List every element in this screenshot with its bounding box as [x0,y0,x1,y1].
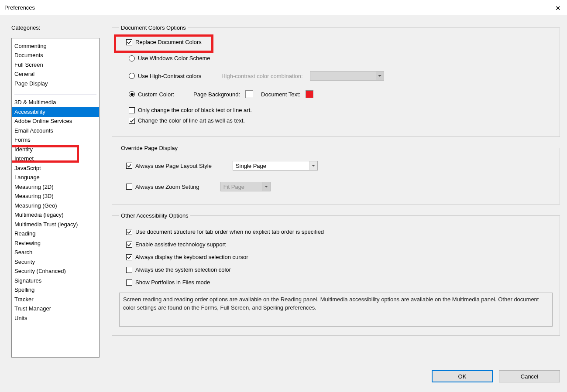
label-replace-document-colors: Replace Document Colors [135,39,202,45]
label-high-contrast-combination: High-contrast color combination: [221,73,302,79]
label-change-lineart: Change the color of line art as well as … [138,117,245,124]
radio-custom-color[interactable] [129,91,135,97]
ok-button-label: OK [458,373,467,380]
category-item[interactable]: Identity [12,145,99,154]
category-item[interactable]: Adobe Online Services [12,117,99,126]
checkbox-replace-document-colors[interactable] [126,39,132,45]
checkbox-only-change-black[interactable] [129,107,135,113]
category-item[interactable]: 3D & Multimedia [12,98,99,108]
chevron-down-icon [309,161,317,170]
group-document-colors: Document Colors Options Replace Document… [112,24,560,137]
close-icon[interactable]: ✕ [555,4,561,12]
legend-document-colors: Document Colors Options [119,24,188,31]
dropdown-high-contrast [310,71,384,81]
checkbox-tab-order[interactable] [126,229,132,235]
category-item[interactable]: Language [12,173,99,183]
category-item[interactable]: Trust Manager [12,304,99,314]
label-only-change-black: Only change the color of black text or l… [138,107,252,113]
category-divider [14,95,96,95]
category-item[interactable]: General [12,70,99,79]
category-item[interactable]: Security [12,257,99,267]
checkbox-assistive[interactable] [126,242,132,248]
label-use-windows-color-scheme: Use Windows Color Scheme [138,55,210,61]
checkbox-always-page-layout[interactable] [126,163,132,169]
category-item[interactable]: Documents [12,51,99,61]
chevron-down-icon [262,182,270,191]
category-item[interactable]: Email Accounts [12,126,99,136]
category-item[interactable]: Reading [12,229,99,239]
label-document-text: Document Text: [261,91,300,98]
categories-label: Categories: [11,24,100,31]
checkbox-keyboard-cursor[interactable] [126,254,132,260]
label-system-selection-color: Always use the system selection color [135,266,231,273]
swatch-document-text[interactable] [306,90,313,98]
category-item[interactable]: Signatures [12,276,99,286]
category-item[interactable]: Page Display [12,79,99,89]
dropdown-page-layout-value: Single Page [236,163,266,169]
category-item[interactable]: Search [12,248,99,258]
chevron-down-icon [376,72,384,80]
radio-use-high-contrast[interactable] [129,73,135,79]
preferences-window: Preferences ✕ Categories: CommentingDocu… [0,0,567,392]
label-always-zoom: Always use Zoom Setting [135,184,199,190]
category-item[interactable]: Tracker [12,295,99,304]
cancel-button[interactable]: Cancel [499,370,560,382]
category-item[interactable]: Internet [12,154,99,164]
category-item[interactable]: Measuring (Geo) [12,201,99,211]
label-use-high-contrast: Use High-Contrast colors [138,73,201,79]
category-item[interactable]: Forms [12,136,99,145]
category-item[interactable]: Spelling [12,286,99,295]
swatch-page-background[interactable] [245,90,253,98]
label-portfolios: Show Portfolios in Files mode [135,279,210,286]
category-item[interactable]: Measuring (3D) [12,192,99,201]
checkbox-change-lineart[interactable] [129,118,135,124]
group-other-accessibility: Other Accessibility Options Use document… [112,212,560,336]
cancel-button-label: Cancel [521,373,538,380]
dropdown-zoom: Fit Page [220,182,271,191]
checkbox-system-selection-color[interactable] [126,267,132,273]
category-list: CommentingDocumentsFull ScreenGeneralPag… [11,38,100,358]
category-item[interactable]: Multimedia Trust (legacy) [12,220,99,229]
category-item[interactable]: Multimedia (legacy) [12,211,99,220]
titlebar: Preferences ✕ [0,0,567,15]
label-custom-color: Custom Color: [138,91,174,98]
label-keyboard-cursor: Always display the keyboard selection cu… [135,254,248,260]
info-text: Screen reading and reading order options… [119,293,553,327]
category-item[interactable]: Reviewing [12,239,99,248]
checkbox-always-zoom[interactable] [126,184,132,190]
category-item[interactable]: Security (Enhanced) [12,267,99,276]
category-item[interactable]: Commenting [12,41,99,51]
category-item[interactable]: Measuring (2D) [12,182,99,192]
dropdown-zoom-value: Fit Page [223,184,244,190]
ok-button[interactable]: OK [432,370,493,382]
dropdown-page-layout[interactable]: Single Page [233,161,318,170]
checkbox-portfolios[interactable] [126,280,132,286]
label-tab-order: Use document structure for tab order whe… [135,228,324,235]
category-item[interactable]: JavaScript [12,164,99,173]
legend-override: Override Page Display [119,145,179,151]
group-override-page-display: Override Page Display Always use Page La… [112,145,560,205]
label-assistive: Enable assistive technology support [135,241,226,248]
settings-panel: Document Colors Options Replace Document… [112,24,560,358]
label-page-background: Page Background: [193,91,240,98]
window-title: Preferences [4,4,35,11]
label-always-page-layout: Always use Page Layout Style [135,163,212,169]
radio-use-windows-color-scheme[interactable] [129,55,135,61]
category-item[interactable]: Accessibility [12,107,99,117]
legend-other: Other Accessibility Options [119,212,190,219]
category-item[interactable]: Units [12,314,99,323]
category-item[interactable]: Full Screen [12,60,99,70]
